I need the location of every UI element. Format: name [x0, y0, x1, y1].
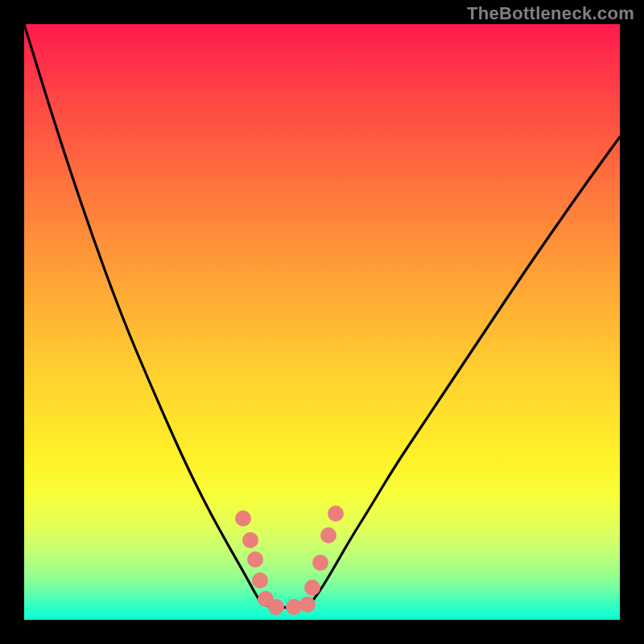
marker-dot — [242, 532, 258, 548]
marker-dot — [312, 555, 328, 571]
marker-dot — [328, 506, 344, 522]
marker-dot — [268, 599, 284, 615]
marker-dot — [247, 551, 263, 568]
plot-svg — [24, 24, 620, 620]
marker-dot — [235, 510, 251, 526]
left-curve — [24, 24, 262, 605]
marker-dot — [286, 599, 302, 615]
marker-dot — [252, 572, 268, 588]
marker-dot — [304, 580, 320, 596]
plot-area — [24, 24, 620, 620]
right-curve — [309, 137, 620, 605]
marker-dot — [320, 527, 336, 543]
marker-dot — [299, 597, 316, 613]
chart-frame: TheBottleneck.com — [0, 0, 644, 644]
curve-black — [24, 24, 620, 608]
marker-dots — [235, 506, 344, 615]
watermark-text: TheBottleneck.com — [467, 3, 634, 24]
